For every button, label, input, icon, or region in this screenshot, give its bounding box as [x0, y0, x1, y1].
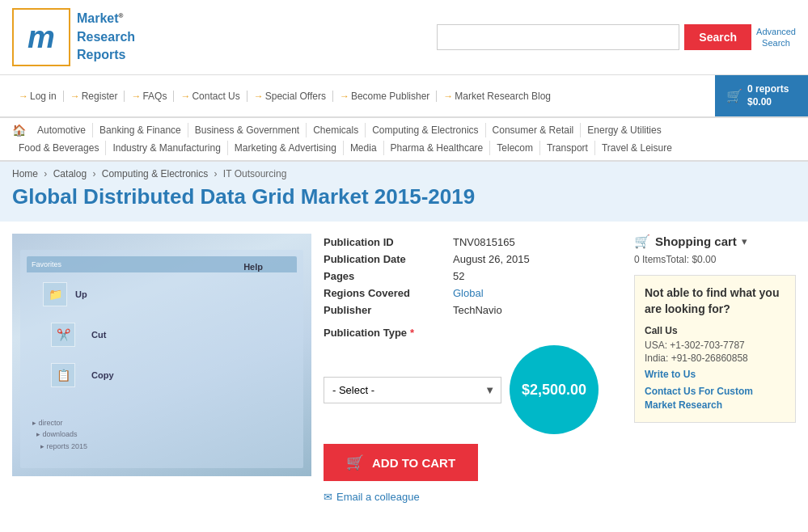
nav-become-publisher[interactable]: →Become Publisher [333, 91, 437, 102]
detail-row-pages: Pages 52 [324, 268, 622, 285]
nav-special-label: Special Offers [265, 91, 326, 102]
add-to-cart-label: ADD TO CART [372, 456, 455, 470]
nav-register[interactable]: →Register [64, 91, 125, 102]
cat-chemicals[interactable]: Chemicals [307, 123, 366, 137]
breadcrumb: Home › Catalog › Computing & Electronics… [12, 168, 796, 179]
shopping-cart-icon: 🛒 [634, 234, 650, 249]
nav-blog[interactable]: →Market Research Blog [437, 91, 557, 102]
cat-pharma[interactable]: Pharma & Healthcare [384, 141, 491, 155]
nav-links: →Log in →Register →FAQs →Contact Us →Spe… [0, 86, 715, 107]
pages-label: Pages [324, 270, 453, 282]
nav-publisher-label: Become Publisher [351, 91, 429, 102]
cat-telecom[interactable]: Telecom [490, 141, 540, 155]
add-to-cart-button[interactable]: 🛒 ADD TO CART [324, 444, 478, 481]
breadcrumb-home[interactable]: Home [12, 168, 38, 179]
nav-register-label: Register [82, 91, 118, 102]
product-image: Favorites 📁 Up ✂️ Cut 📋 Copy ▸ director [12, 234, 311, 476]
shopping-cart-title: Shopping cart [655, 234, 737, 248]
publication-type-select[interactable]: - Select - [324, 377, 501, 403]
cat-consumer[interactable]: Consumer & Retail [486, 123, 582, 137]
cat-automotive[interactable]: Automotive [31, 123, 93, 137]
search-input[interactable] [437, 24, 679, 50]
email-colleague-link[interactable]: ✉ Email a colleague [324, 491, 622, 503]
cat-media[interactable]: Media [344, 141, 384, 155]
advanced-search-link[interactable]: Advanced Search [756, 26, 796, 49]
breadcrumb-sep3: › [214, 168, 218, 179]
logo-m: m [27, 20, 55, 55]
breadcrumb-catalog[interactable]: Catalog [53, 168, 87, 179]
call-us-label: Call Us [645, 325, 785, 336]
not-found-box: Not able to find what you are looking fo… [634, 275, 796, 423]
not-found-title: Not able to find what you are looking fo… [645, 285, 785, 317]
logo-line2: Research [77, 30, 135, 44]
cat-banking[interactable]: Banking & Finance [93, 123, 188, 137]
nav-faqs[interactable]: →FAQs [125, 91, 174, 102]
cart-count: 0 reports [747, 83, 789, 96]
regions-link[interactable]: Global [453, 287, 484, 299]
price-value: $2,500.00 [522, 382, 586, 399]
publisher-label: Publisher [324, 304, 453, 316]
pub-date-value: August 26, 2015 [453, 253, 530, 265]
cart-chevron-icon[interactable]: ▾ [742, 235, 747, 247]
detail-row-pub-date: Publication Date August 26, 2015 [324, 251, 622, 268]
nav-contact[interactable]: →Contact Us [174, 91, 247, 102]
detail-row-pub-id: Publication ID TNV0815165 [324, 234, 622, 251]
cart-icon: 🛒 [726, 88, 742, 103]
breadcrumb-section[interactable]: Computing & Electronics [102, 168, 208, 179]
cart-total-text: Total: $0.00 [666, 254, 716, 265]
search-area: Search Advanced Search [437, 24, 796, 50]
detail-row-publisher: Publisher TechNavio [324, 302, 622, 319]
logo-text: Market® Research Reports [77, 10, 135, 64]
breadcrumb-sep1: › [44, 168, 47, 179]
home-icon: 🏠 [12, 124, 26, 137]
cart-button[interactable]: 🛒 0 reports $0.00 [715, 75, 808, 116]
category-nav: 🏠 Automotive Banking & Finance Business … [0, 117, 808, 162]
logo-line1: Market [77, 11, 119, 25]
pages-value: 52 [453, 270, 464, 282]
email-icon: ✉ [324, 491, 332, 503]
pub-date-label: Publication Date [324, 253, 453, 265]
shopping-cart-section: 🛒 Shopping cart ▾ 0 ItemsTotal: $0.00 [634, 234, 796, 265]
pub-type-row: Publication Type * [324, 327, 622, 339]
cat-business[interactable]: Business & Government [188, 123, 307, 137]
publisher-value: TechNavio [453, 304, 502, 316]
cat-transport[interactable]: Transport [540, 141, 595, 155]
cart-items-text: 0 Items [634, 254, 666, 265]
nav-login-label: Log in [30, 91, 57, 102]
email-label: Email a colleague [336, 491, 420, 503]
cat-marketing[interactable]: Marketing & Advertising [228, 141, 344, 155]
cat-food[interactable]: Food & Beverages [12, 141, 106, 155]
cart-total: $0.00 [747, 96, 789, 109]
page-title: Global Distributed Data Grid Market 2015… [12, 184, 796, 222]
pub-id-value: TNV0815165 [453, 236, 515, 248]
nav-faqs-label: FAQs [142, 91, 167, 102]
product-details-area: Publication ID TNV0815165 Publication Da… [324, 234, 622, 503]
select-wrapper: - Select - ▼ [324, 377, 501, 403]
nav-contact-label: Contact Us [192, 91, 239, 102]
cart-items-info: 0 ItemsTotal: $0.00 [634, 254, 796, 265]
cat-travel[interactable]: Travel & Leisure [595, 141, 679, 155]
sidebar: 🛒 Shopping cart ▾ 0 ItemsTotal: $0.00 No… [634, 234, 796, 503]
nav-login[interactable]: →Log in [12, 91, 64, 102]
pub-type-label: Publication Type [324, 327, 407, 339]
cat-computing[interactable]: Computing & Electronics [366, 123, 485, 137]
nav-special-offers[interactable]: →Special Offers [247, 91, 333, 102]
logo-box: m [12, 8, 70, 66]
search-button[interactable]: Search [684, 24, 751, 50]
cart-icon-btn: 🛒 [346, 454, 364, 471]
phone-usa: USA: +1-302-703-7787 [645, 340, 785, 351]
write-us-link[interactable]: Write to Us [645, 369, 785, 380]
cat-industry[interactable]: Industry & Manufacturing [106, 141, 227, 155]
price-badge: $2,500.00 [510, 345, 599, 434]
pub-id-label: Publication ID [324, 236, 453, 248]
cart-info: 0 reports $0.00 [747, 83, 789, 108]
detail-row-regions: Regions Covered Global [324, 285, 622, 302]
logo-line3: Reports [77, 48, 125, 61]
cat-energy[interactable]: Energy & Utilities [581, 123, 667, 137]
breadcrumb-subsection: IT Outsourcing [223, 168, 286, 179]
regions-label: Regions Covered [324, 287, 453, 299]
phone-india: India: +91-80-26860858 [645, 353, 785, 364]
contact-custom-link[interactable]: Contact Us For Custom Market Research [645, 385, 785, 412]
logo[interactable]: m Market® Research Reports [12, 8, 135, 66]
breadcrumb-sep2: › [92, 168, 95, 179]
